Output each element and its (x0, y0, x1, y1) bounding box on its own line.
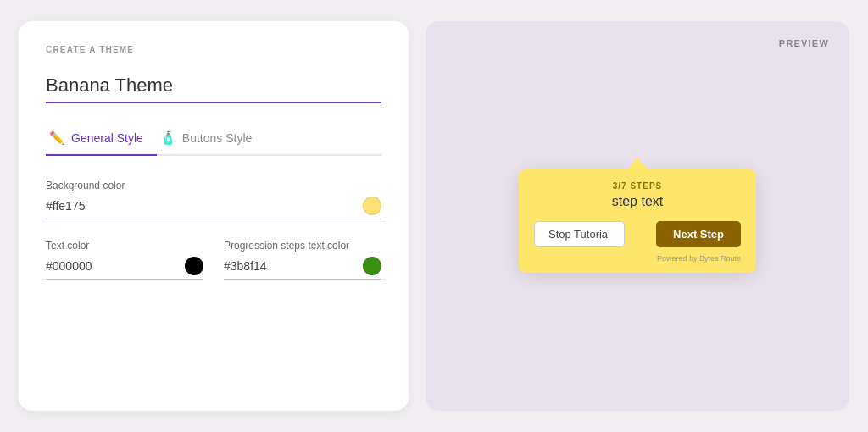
background-color-row: Background color #ffe175 (46, 180, 381, 219)
color-double-row: Text color #000000 Progression steps tex… (46, 240, 381, 280)
progression-color-label: Progression steps text color (224, 240, 381, 252)
next-step-button[interactable]: Next Step (656, 221, 741, 247)
progression-color-group: Progression steps text color #3b8f14 (224, 240, 381, 280)
powered-by-text: Powered by Bytes Route (534, 254, 741, 263)
tooltip-steps: 3/7 STEPS (534, 181, 741, 191)
preview-label: PREVIEW (779, 38, 829, 48)
tab-buttons-style[interactable]: 🧴 Buttons Style (157, 124, 266, 156)
section-label: CREATE A THEME (46, 45, 381, 54)
theme-name-input[interactable] (46, 75, 381, 103)
text-color-label: Text color (46, 240, 203, 252)
right-panel: PREVIEW 3/7 STEPS step text Stop Tutoria… (426, 21, 849, 411)
progression-color-field: #3b8f14 (224, 257, 381, 280)
background-color-swatch[interactable] (363, 197, 381, 215)
background-color-label: Background color (46, 180, 381, 191)
progression-color-swatch[interactable] (363, 257, 381, 275)
tab-general-style[interactable]: ✏️ General Style (46, 124, 157, 156)
background-color-value: #ffe175 (46, 199, 356, 213)
text-color-field: #000000 (46, 257, 203, 280)
progression-color-value: #3b8f14 (224, 259, 356, 273)
tooltip-arrow (627, 158, 648, 169)
text-color-value: #000000 (46, 259, 178, 273)
text-color-swatch[interactable] (185, 257, 203, 275)
tooltip-buttons: Stop Tutorial Next Step (534, 221, 741, 247)
stop-tutorial-button[interactable]: Stop Tutorial (534, 221, 625, 247)
preview-area: 3/7 STEPS step text Stop Tutorial Next S… (446, 48, 829, 394)
tooltip-popup: 3/7 STEPS step text Stop Tutorial Next S… (519, 169, 756, 273)
cup-icon: 🧴 (160, 130, 176, 146)
tabs-bar: ✏️ General Style 🧴 Buttons Style (46, 124, 381, 156)
tab-buttons-style-label: Buttons Style (182, 131, 253, 145)
background-color-field: #ffe175 (46, 197, 381, 219)
left-panel: CREATE A THEME ✏️ General Style 🧴 Button… (19, 21, 409, 411)
app-container: CREATE A THEME ✏️ General Style 🧴 Button… (19, 21, 849, 411)
tab-general-style-label: General Style (71, 131, 143, 145)
text-color-group: Text color #000000 (46, 240, 203, 280)
pencil-icon: ✏️ (49, 130, 65, 146)
tooltip-body-text: step text (534, 194, 741, 209)
